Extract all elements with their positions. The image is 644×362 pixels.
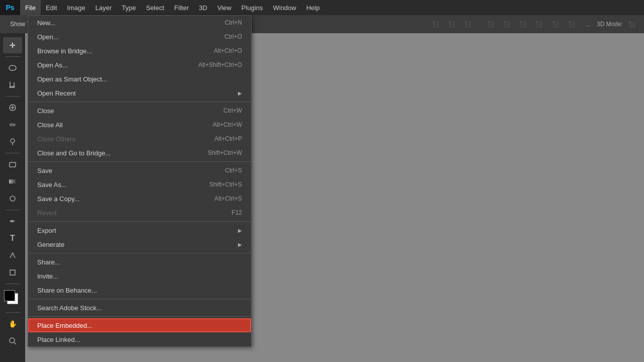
tool-separator-3 bbox=[5, 153, 20, 153]
menu-type[interactable]: Type bbox=[117, 0, 141, 15]
menu-edit[interactable]: Edit bbox=[41, 0, 62, 15]
menu-item-close-bridge[interactable]: Close and Go to Bridge... Shift+Ctrl+W bbox=[28, 146, 251, 160]
lasso-tool[interactable] bbox=[3, 60, 22, 76]
menu-item-search-stock[interactable]: Search Adobe Stock... bbox=[28, 301, 251, 315]
distribute-equal-icon[interactable]: ⬛ bbox=[565, 18, 579, 30]
tool-separator-5 bbox=[5, 284, 20, 284]
tool-separator-4 bbox=[5, 210, 20, 210]
menu-item-place-linked[interactable]: Place Linked... bbox=[28, 332, 251, 346]
menu-item-close-others: Close Others Alt+Ctrl+P bbox=[28, 132, 251, 146]
eraser-tool[interactable] bbox=[3, 156, 22, 172]
align-top-icon[interactable]: ⬛ bbox=[484, 18, 498, 30]
menu-view[interactable]: View bbox=[212, 0, 236, 15]
tool-separator-2 bbox=[5, 96, 20, 97]
distribute-v-icon[interactable]: ⬛ bbox=[548, 18, 562, 30]
menu-image[interactable]: Image bbox=[62, 0, 90, 15]
menu-3d[interactable]: 3D bbox=[194, 0, 212, 15]
menu-item-browse-bridge[interactable]: Browse in Bridge... Alt+Ctrl+O bbox=[28, 44, 251, 58]
menu-item-export[interactable]: Export ▶ bbox=[28, 223, 251, 237]
menu-item-save-copy[interactable]: Save a Copy... Alt+Ctrl+S bbox=[28, 192, 251, 206]
menu-item-save-as[interactable]: Save As... Shift+Ctrl+S bbox=[28, 177, 251, 192]
menu-item-revert: Revert F12 bbox=[28, 206, 251, 220]
clone-tool[interactable] bbox=[3, 134, 22, 150]
foreground-color[interactable] bbox=[4, 290, 15, 301]
left-toolbar: ✛ ✏ bbox=[0, 33, 25, 362]
tool-separator-1 bbox=[5, 56, 20, 57]
menu-select[interactable]: Select bbox=[141, 0, 169, 15]
menu-item-generate[interactable]: Generate ▶ bbox=[28, 237, 251, 251]
menu-item-place-embedded[interactable]: Place Embedded... bbox=[28, 318, 251, 332]
distribute-h-icon[interactable]: ⬛ bbox=[532, 18, 546, 30]
options-icons: ⬛ ⬛ ⬛ ⬛ ⬛ ⬛ ⬛ ⬛ ⬛ ... 3D Mode: ⬛ bbox=[429, 18, 639, 30]
menu-filter[interactable]: Filter bbox=[169, 0, 194, 15]
menu-item-share[interactable]: Share... bbox=[28, 255, 251, 269]
hand-tool[interactable]: ✋ bbox=[3, 316, 22, 332]
crop-tool[interactable] bbox=[3, 77, 22, 93]
menu-separator-3 bbox=[28, 221, 251, 222]
menu-separator-1 bbox=[28, 102, 251, 102]
svg-point-0 bbox=[9, 65, 16, 70]
align-spacer bbox=[477, 18, 482, 30]
svg-point-9 bbox=[10, 338, 15, 343]
menu-window[interactable]: Window bbox=[268, 0, 301, 15]
gradient-tool[interactable] bbox=[3, 173, 22, 190]
menu-separator-4 bbox=[28, 253, 251, 253]
align-bottom-icon[interactable]: ⬛ bbox=[516, 18, 530, 30]
align-left-icon[interactable]: ⬛ bbox=[429, 18, 443, 30]
menu-item-open-recent[interactable]: Open Recent ▶ bbox=[28, 86, 251, 100]
3d-mode-icon[interactable]: ⬛ bbox=[625, 18, 639, 30]
align-right-icon[interactable]: ⬛ bbox=[461, 18, 475, 30]
pen-tool[interactable]: ✒ bbox=[3, 213, 22, 229]
dodge-tool[interactable] bbox=[3, 191, 22, 207]
color-swatches[interactable] bbox=[3, 289, 22, 307]
brush-tool[interactable]: ✏ bbox=[3, 117, 22, 133]
menu-item-open-smart[interactable]: Open as Smart Object... bbox=[28, 72, 251, 86]
app-logo: Ps bbox=[0, 0, 20, 15]
menu-plugins[interactable]: Plugins bbox=[236, 0, 268, 15]
menu-item-close[interactable]: Close Ctrl+W bbox=[28, 104, 251, 118]
move-tool[interactable]: ✛ bbox=[3, 37, 22, 53]
type-tool[interactable]: T bbox=[3, 230, 22, 246]
menu-item-open-as[interactable]: Open As... Alt+Shift+Ctrl+O bbox=[28, 58, 251, 72]
path-selection-tool[interactable] bbox=[3, 247, 22, 263]
3d-mode-label: 3D Mode: bbox=[597, 21, 623, 28]
menu-bar: Ps File Edit Image Layer Type Select Fil… bbox=[0, 0, 644, 15]
menu-item-open[interactable]: Open... Ctrl+O bbox=[28, 30, 251, 44]
svg-point-7 bbox=[10, 196, 15, 201]
align-center-h-icon[interactable]: ⬛ bbox=[445, 18, 459, 30]
menu-separator-2 bbox=[28, 161, 251, 162]
shape-tool[interactable] bbox=[3, 264, 22, 281]
menu-item-invite[interactable]: Invite... bbox=[28, 269, 251, 283]
menu-file[interactable]: File bbox=[20, 0, 41, 15]
align-middle-icon[interactable]: ⬛ bbox=[500, 18, 514, 30]
zoom-tool[interactable] bbox=[3, 333, 22, 349]
more-options-icon[interactable]: ... bbox=[581, 18, 595, 30]
menu-item-new[interactable]: New... Ctrl+N bbox=[28, 16, 251, 30]
menu-help[interactable]: Help bbox=[301, 0, 325, 15]
svg-rect-8 bbox=[10, 270, 15, 275]
menu-layer[interactable]: Layer bbox=[91, 0, 117, 15]
svg-point-4 bbox=[11, 139, 15, 143]
tool-separator-6 bbox=[5, 312, 20, 313]
svg-rect-5 bbox=[10, 162, 16, 167]
file-dropdown-menu: New... Ctrl+N Open... Ctrl+O Browse in B… bbox=[28, 15, 252, 347]
menu-item-close-all[interactable]: Close All Alt+Ctrl+W bbox=[28, 118, 251, 132]
menu-item-share-behance[interactable]: Share on Behance... bbox=[28, 283, 251, 297]
menu-item-save[interactable]: Save Ctrl+S bbox=[28, 163, 251, 177]
menu-separator-5 bbox=[28, 299, 251, 299]
svg-rect-6 bbox=[9, 179, 16, 184]
svg-line-10 bbox=[14, 342, 16, 344]
menu-separator-6 bbox=[28, 316, 251, 317]
healing-tool[interactable] bbox=[3, 100, 22, 116]
